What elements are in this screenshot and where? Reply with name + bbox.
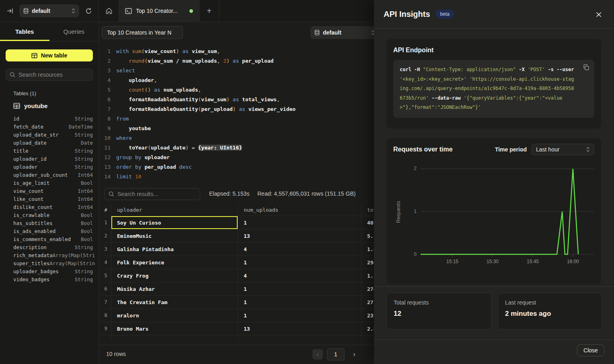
cell-uploader[interactable]: Crazy Frog xyxy=(111,269,238,282)
column-type: Array(Map(Stri xyxy=(53,252,95,258)
chart-plot xyxy=(393,161,594,269)
editor-database-selector-wrap: default xyxy=(310,26,379,39)
home-button[interactable] xyxy=(99,0,119,22)
curl-flag: --data-raw xyxy=(429,95,464,101)
last-request-value: 2 minutes ago xyxy=(505,310,595,318)
close-button[interactable]: Close xyxy=(577,344,604,356)
cell-num-uploads[interactable]: 1 xyxy=(238,309,361,322)
cell-num-uploads[interactable]: 4 xyxy=(238,269,361,282)
column-type: String xyxy=(75,268,93,274)
column-row: upload_date_strString xyxy=(13,131,93,139)
total-requests-card: Total requests 12 xyxy=(386,293,491,329)
curl-command: curl -H xyxy=(400,67,423,72)
cell-uploader[interactable]: mralorn xyxy=(111,309,238,322)
chevron-left-icon: ‹ xyxy=(316,351,318,358)
requests-over-time-card: Requests over time Time period Last hour… xyxy=(386,138,601,284)
curl-flag: -s --user xyxy=(545,67,574,72)
column-row: is_comments_enabledBool xyxy=(13,235,93,243)
editor-database-selector[interactable]: default xyxy=(310,26,379,39)
clickhouse-console: default Tables Queries New table xyxy=(0,0,614,364)
cell-num-uploads[interactable]: 13 xyxy=(238,322,361,335)
results-search-input[interactable] xyxy=(117,191,196,197)
tab-queries[interactable]: Queries xyxy=(49,22,99,41)
close-icon: × xyxy=(595,9,602,19)
new-tab-button[interactable]: + xyxy=(199,0,219,22)
new-table-button[interactable]: New table xyxy=(6,49,93,61)
sidebar-item-youtube[interactable]: youtube xyxy=(13,102,93,109)
query-tab[interactable]: Top 10 Creator... xyxy=(119,0,199,22)
header-num-uploads[interactable]: num_uploads xyxy=(238,204,361,216)
resource-search-input[interactable] xyxy=(18,72,91,78)
query-title-box[interactable]: Top 10 Creators in Year N xyxy=(102,26,183,39)
column-type: String xyxy=(75,276,93,282)
row-count: 10 rows xyxy=(106,351,126,357)
column-row: is_age_limitBool xyxy=(13,179,93,187)
tables-list: Tables (1) youtube idString fetch_dateDa… xyxy=(6,90,93,283)
header-uploader[interactable]: uploader xyxy=(111,204,238,216)
collapse-sidebar-icon[interactable] xyxy=(5,6,15,16)
column-type: String xyxy=(75,244,93,250)
column-name: is_comments_enabled xyxy=(13,236,71,242)
column-row: like_countInt64 xyxy=(13,195,93,203)
column-name: view_count xyxy=(13,188,43,194)
search-icon xyxy=(109,191,114,197)
column-name: is_age_limit xyxy=(13,180,49,186)
cell-num-uploads[interactable]: 13 xyxy=(238,229,361,242)
x-tick: 15:30 xyxy=(481,259,505,264)
cell-uploader[interactable]: Folk Experience xyxy=(111,256,238,269)
panel-divider xyxy=(374,339,614,340)
curl-string: "Content-Type: application/json" xyxy=(423,67,516,72)
row-number: 6 xyxy=(101,282,111,295)
cell-num-uploads[interactable]: 1 xyxy=(238,296,361,309)
cell-uploader[interactable]: Bruno Mars xyxy=(111,322,238,335)
new-table-label: New table xyxy=(41,52,67,59)
copy-button[interactable] xyxy=(583,64,589,71)
editor-database-value: default xyxy=(323,29,341,36)
cell-num-uploads[interactable]: 1 xyxy=(238,216,361,229)
row-number: 4 xyxy=(101,256,111,269)
last-request-card: Last request 2 minutes ago xyxy=(498,293,602,329)
elapsed-stat: Elapsed: 5.153s xyxy=(209,190,249,197)
pagination-next-button[interactable]: › xyxy=(349,349,359,360)
column-type: String xyxy=(75,148,93,154)
selected-cell[interactable]: Soy Un Curioso xyxy=(111,216,238,229)
cell-uploader[interactable]: Galinha Pintadinha xyxy=(111,243,238,256)
column-type: Bool xyxy=(81,180,93,186)
column-type: String xyxy=(75,116,93,122)
time-period-select[interactable]: Last hour xyxy=(532,144,594,155)
column-row: uploaderString xyxy=(13,163,93,171)
column-type: Bool xyxy=(81,236,93,242)
cell-num-uploads[interactable]: 4 xyxy=(238,243,361,256)
curl-flag: -X xyxy=(516,67,528,72)
column-row: super_titlesArray(Map(Strin xyxy=(13,259,93,267)
cell-num-uploads[interactable]: 1 xyxy=(238,282,361,295)
column-row: uploader_badgesString xyxy=(13,267,93,275)
column-type: Int64 xyxy=(78,204,93,210)
column-name: uploader_badges xyxy=(13,268,59,274)
table-grid-icon xyxy=(13,103,20,109)
x-tick: 15:15 xyxy=(440,259,464,264)
column-name: title xyxy=(13,148,29,154)
chevron-right-icon: › xyxy=(353,351,355,358)
column-row: dislike_countInt64 xyxy=(13,203,93,211)
cell-num-uploads[interactable]: 1 xyxy=(238,256,361,269)
cell-uploader[interactable]: EminemMusic xyxy=(111,229,238,242)
refresh-icon[interactable] xyxy=(83,6,94,16)
row-number: 2 xyxy=(101,229,111,242)
database-selector[interactable]: default xyxy=(19,4,79,17)
pagination-page[interactable]: 1 xyxy=(327,348,345,360)
tables-section-label: Tables (1) xyxy=(13,90,93,96)
column-name: upload_date_str xyxy=(13,132,59,138)
column-type: Int64 xyxy=(78,172,93,178)
cell-uploader[interactable]: The Crevatin Fam xyxy=(111,296,238,309)
pagination-prev-button[interactable]: ‹ xyxy=(312,349,323,360)
tab-tables[interactable]: Tables xyxy=(0,22,49,41)
column-row: video_badgesString xyxy=(13,275,93,283)
column-type: Array(Map(Strin xyxy=(49,260,95,266)
y-tick: 0 xyxy=(409,252,417,257)
close-panel-button[interactable]: × xyxy=(593,8,604,20)
cell-uploader[interactable]: Músika Azhar xyxy=(111,282,238,295)
chart-y-axis-label: Requests xyxy=(395,192,401,232)
column-row: fetch_dateDateTime xyxy=(13,123,93,131)
database-selector-value: default xyxy=(32,8,50,14)
